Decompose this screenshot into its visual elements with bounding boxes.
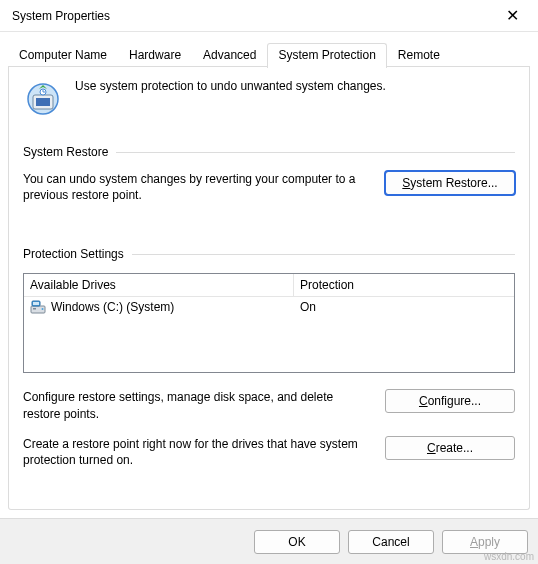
close-button[interactable]: ✕	[492, 0, 532, 32]
tab-label: Hardware	[129, 48, 181, 62]
mnemonic: A	[470, 535, 478, 549]
tab-computer-name[interactable]: Computer Name	[8, 43, 118, 68]
svg-point-6	[42, 308, 44, 310]
tab-label: System Protection	[278, 48, 375, 62]
button-label-rest: pply	[478, 535, 500, 549]
section-header-restore: System Restore	[23, 145, 515, 159]
svg-rect-5	[33, 308, 36, 310]
tab-advanced[interactable]: Advanced	[192, 43, 267, 68]
section-title: System Restore	[23, 145, 108, 159]
svg-rect-2	[36, 98, 50, 106]
create-description: Create a restore point right now for the…	[23, 436, 371, 468]
create-row: Create a restore point right now for the…	[23, 436, 515, 468]
spacer	[23, 217, 515, 241]
section-divider	[116, 152, 515, 153]
section-title: Protection Settings	[23, 247, 124, 261]
system-restore-button[interactable]: System Restore...	[385, 171, 515, 195]
tab-panel-system-protection: Use system protection to undo unwanted s…	[8, 67, 530, 510]
drive-protection-value: On	[300, 300, 508, 314]
button-label-rest: onfigure...	[428, 394, 481, 408]
button-label-rest: reate...	[436, 441, 473, 455]
tab-label: Remote	[398, 48, 440, 62]
drive-icon	[30, 299, 46, 315]
configure-description: Configure restore settings, manage disk …	[23, 389, 371, 421]
drive-row[interactable]: Windows (C:) (System) On	[24, 297, 514, 317]
cancel-button[interactable]: Cancel	[348, 530, 434, 554]
restore-description: You can undo system changes by reverting…	[23, 171, 371, 203]
intro-text: Use system protection to undo unwanted s…	[75, 79, 386, 93]
svg-rect-8	[33, 302, 39, 305]
section-divider	[132, 254, 515, 255]
mnemonic: C	[419, 394, 428, 408]
close-icon: ✕	[506, 6, 519, 25]
ok-button[interactable]: OK	[254, 530, 340, 554]
tab-label: Computer Name	[19, 48, 107, 62]
mnemonic: C	[427, 441, 436, 455]
configure-button[interactable]: Configure...	[385, 389, 515, 413]
tab-hardware[interactable]: Hardware	[118, 43, 192, 68]
system-properties-window: System Properties ✕ Computer Name Hardwa…	[0, 0, 538, 564]
section-header-protection: Protection Settings	[23, 247, 515, 261]
button-label-rest: ystem Restore...	[410, 176, 497, 190]
configure-row: Configure restore settings, manage disk …	[23, 389, 515, 421]
dialog-footer: OK Cancel Apply	[0, 518, 538, 564]
intro-row: Use system protection to undo unwanted s…	[23, 79, 515, 119]
tab-strip: Computer Name Hardware Advanced System P…	[0, 32, 538, 67]
create-button[interactable]: Create...	[385, 436, 515, 460]
drives-list[interactable]: Available Drives Protection Windows	[23, 273, 515, 373]
column-header-drives[interactable]: Available Drives	[24, 274, 294, 296]
button-label: Cancel	[372, 535, 409, 549]
button-label: OK	[288, 535, 305, 549]
column-header-protection[interactable]: Protection	[294, 274, 514, 296]
tab-system-protection[interactable]: System Protection	[267, 43, 386, 68]
apply-button[interactable]: Apply	[442, 530, 528, 554]
drives-header: Available Drives Protection	[24, 274, 514, 297]
restore-row: You can undo system changes by reverting…	[23, 171, 515, 203]
system-protection-icon	[23, 79, 63, 119]
drive-name: Windows (C:) (System)	[51, 300, 174, 314]
tab-remote[interactable]: Remote	[387, 43, 451, 68]
window-title: System Properties	[12, 9, 492, 23]
tab-label: Advanced	[203, 48, 256, 62]
titlebar: System Properties ✕	[0, 0, 538, 32]
